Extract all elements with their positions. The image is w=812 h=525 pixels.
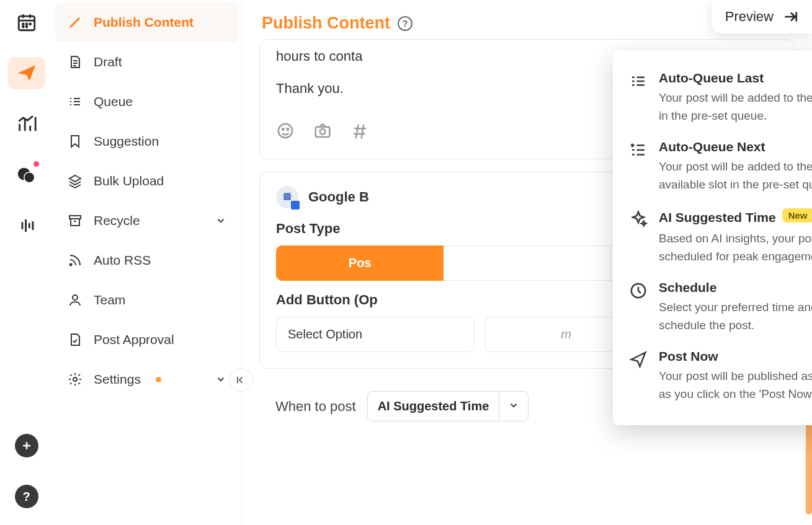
rss-icon <box>68 253 83 268</box>
button-select[interactable]: Select Option <box>276 317 475 352</box>
preview-label: Preview <box>725 9 774 25</box>
plus-icon <box>20 439 33 452</box>
layers-icon <box>68 174 83 188</box>
option-title: Schedule <box>659 280 812 295</box>
url-placeholder: m <box>561 327 571 342</box>
nav-draft[interactable]: Draft <box>55 42 239 82</box>
nav-team[interactable]: Team <box>55 280 239 320</box>
option-post-now[interactable]: Post Now Your post will be published as … <box>620 342 812 410</box>
nav-recycle[interactable]: Recycle <box>55 201 239 240</box>
nav-item-label: Post Approval <box>94 332 174 347</box>
option-desc: Your post will be added to the last slot… <box>659 89 812 125</box>
calendar-icon <box>16 12 37 33</box>
rail-audio[interactable] <box>8 210 45 242</box>
option-schedule[interactable]: Schedule Select your preferred time and … <box>620 273 812 342</box>
svg-point-2 <box>26 24 27 25</box>
tab-label: Pos <box>349 256 372 270</box>
new-badge: New <box>782 208 812 223</box>
side-nav: Publish Content Draft Queue Suggestion B… <box>53 0 242 525</box>
rail-calendar[interactable] <box>8 6 45 38</box>
when-to-post-label: When to post <box>275 399 356 415</box>
nav-auto-rss[interactable]: Auto RSS <box>55 240 239 280</box>
clock-icon <box>629 281 648 300</box>
emoji-icon[interactable] <box>276 121 295 140</box>
option-ai-suggested-time[interactable]: AI Suggested Time New Based on AI insigh… <box>620 201 812 273</box>
when-select-value: AI Suggested Time <box>368 392 499 421</box>
option-desc: Select your preferred time and date to s… <box>659 299 812 334</box>
svg-point-9 <box>70 264 72 266</box>
option-desc: Based on AI insights, your post will be … <box>659 230 812 265</box>
nav-post-approval[interactable]: Post Approval <box>55 320 239 360</box>
send-icon <box>16 63 37 84</box>
rail-analytics[interactable] <box>8 108 45 140</box>
collapse-sidebar-button[interactable] <box>230 368 253 392</box>
rail-add[interactable] <box>8 430 45 462</box>
nav-suggestion[interactable]: Suggestion <box>55 121 239 161</box>
svg-rect-17 <box>283 196 291 200</box>
arrow-right-icon <box>782 9 798 25</box>
list-icon <box>68 94 83 109</box>
file-check-icon <box>68 332 83 347</box>
pencil-icon <box>68 15 83 30</box>
svg-point-13 <box>282 128 284 130</box>
post-type-tab-middle[interactable]: · <box>444 245 610 281</box>
nav-item-label: Settings <box>94 372 141 387</box>
send-icon <box>629 350 648 369</box>
hashtag-icon[interactable] <box>350 121 369 140</box>
sparkle-icon <box>629 210 648 228</box>
option-auto-queue-last[interactable]: Auto-Queue Last Your post will be added … <box>620 63 812 132</box>
question-icon: ? <box>22 490 30 504</box>
card-title: Google B <box>308 189 369 205</box>
chevron-down-icon <box>508 400 519 411</box>
rail-help[interactable]: ? <box>8 480 45 513</box>
option-desc: Your post will be published as soon as y… <box>659 368 812 403</box>
main-area: Publish Content ? Preview hours to conta… <box>242 0 812 525</box>
chevron-down-icon <box>215 374 226 385</box>
nav-queue[interactable]: Queue <box>55 82 239 121</box>
camera-icon[interactable] <box>313 121 332 140</box>
option-title: Post Now <box>659 349 812 364</box>
help-icon[interactable]: ? <box>398 16 413 31</box>
queue-next-icon <box>629 141 648 159</box>
nav-item-label: Draft <box>94 55 122 69</box>
chat-icon <box>16 164 37 185</box>
svg-point-11 <box>73 377 77 381</box>
select-value: Select Option <box>288 327 362 342</box>
svg-point-1 <box>22 24 24 25</box>
page-title: Publish Content <box>262 14 390 33</box>
svg-point-14 <box>287 128 289 130</box>
post-type-tab-post[interactable]: Pos <box>276 245 444 281</box>
gear-icon <box>68 372 83 387</box>
svg-point-4 <box>22 26 24 27</box>
bookmark-icon <box>68 134 83 149</box>
icon-rail: ? <box>0 0 53 525</box>
document-icon <box>68 55 83 69</box>
person-icon <box>68 293 83 307</box>
svg-point-10 <box>73 295 78 300</box>
nav-item-label: Suggestion <box>94 134 159 149</box>
option-title: Auto-Queue Next <box>659 139 812 154</box>
nav-settings[interactable]: Settings <box>55 360 239 399</box>
status-dot-icon <box>156 377 161 382</box>
option-auto-queue-next[interactable]: Auto-Queue Next Your post will be added … <box>620 132 812 201</box>
rail-publish[interactable] <box>8 57 45 89</box>
nav-item-label: Team <box>94 293 125 307</box>
svg-point-3 <box>29 24 30 25</box>
svg-point-16 <box>320 129 326 135</box>
option-desc: Your post will be added to the first ava… <box>659 158 812 193</box>
google-business-icon <box>276 186 298 208</box>
rail-chat[interactable] <box>8 159 45 191</box>
nav-bulk-upload[interactable]: Bulk Upload <box>55 161 239 201</box>
chart-icon <box>16 113 37 135</box>
audio-wave-icon <box>16 215 37 236</box>
queue-last-icon <box>629 72 648 90</box>
when-to-post-select[interactable]: AI Suggested Time <box>367 391 529 421</box>
notification-dot-icon <box>33 161 39 167</box>
nav-item-label: Recycle <box>94 213 140 228</box>
preview-button[interactable]: Preview <box>712 0 812 33</box>
option-title: AI Suggested Time <box>659 210 776 225</box>
archive-icon <box>68 213 83 228</box>
nav-publish-content[interactable]: Publish Content <box>55 2 239 42</box>
svg-rect-8 <box>69 216 81 219</box>
option-title: Auto-Queue Last <box>659 71 812 86</box>
